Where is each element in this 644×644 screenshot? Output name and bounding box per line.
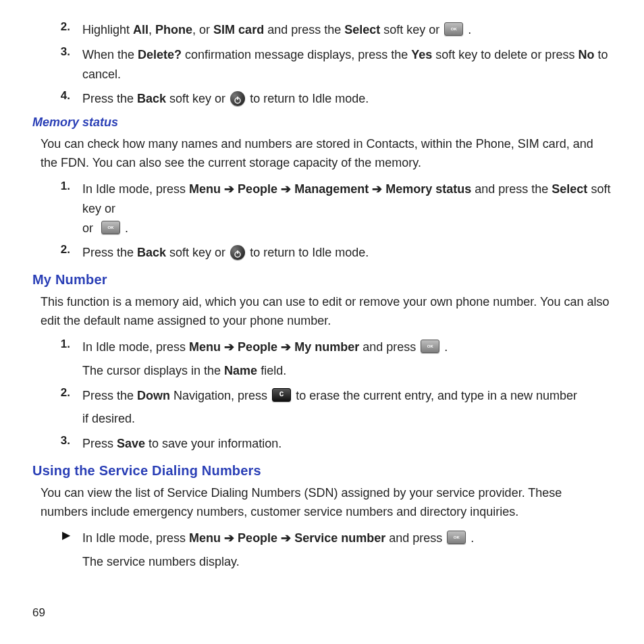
step-text: Press Save to save your information.: [82, 434, 612, 454]
heading-sdn: Using the Service Dialing Numbers: [32, 463, 612, 479]
step-number: 1.: [32, 338, 82, 351]
step-number: 1.: [32, 180, 82, 193]
step-number: 2.: [32, 386, 82, 400]
ok-button-icon: OK: [447, 531, 466, 544]
ok-button-icon: OK: [444, 22, 463, 36]
step-number: 3.: [32, 45, 82, 59]
ok-button-icon: OK: [101, 221, 120, 234]
memory-status-intro: You can check how many names and numbers…: [41, 135, 612, 173]
myn-step-1: 1. In Idle mode, press Menu ➔ People ➔ M…: [32, 338, 612, 381]
ok-button-icon: OK: [421, 340, 439, 353]
step-2-highlight: 2. Highlight All, Phone, or SIM card and…: [32, 20, 612, 40]
step-number: 3.: [32, 434, 82, 448]
heading-my-number: My Number: [32, 272, 612, 288]
step-text: When the Delete? confirmation message di…: [82, 45, 612, 84]
power-back-icon: [230, 245, 245, 260]
sdn-step: ▶ In Idle mode, press Menu ➔ People ➔ Se…: [32, 529, 612, 572]
step-text: In Idle mode, press Menu ➔ People ➔ My n…: [82, 338, 612, 381]
step-number: 4.: [32, 89, 82, 103]
power-back-icon: [230, 91, 245, 106]
step-text: Highlight All, Phone, or SIM card and pr…: [82, 20, 612, 40]
step-4-back: 4. Press the Back soft key or to return …: [32, 89, 612, 109]
step-3-delete: 3. When the Delete? confirmation message…: [32, 45, 612, 84]
step-text: Press the Back soft key or to return to …: [82, 89, 612, 109]
mem-step-1: 1. In Idle mode, press Menu ➔ People ➔ M…: [32, 180, 612, 238]
my-number-intro: This function is a memory aid, which you…: [41, 293, 612, 331]
page-number: 69: [32, 606, 45, 620]
manual-page: 2. Highlight All, Phone, or SIM card and…: [0, 0, 644, 644]
step-text: Press the Back soft key or to return to …: [82, 243, 612, 263]
triangle-bullet-icon: ▶: [32, 529, 82, 541]
step-number: 2.: [32, 243, 82, 257]
step-number: 2.: [32, 20, 82, 34]
step-text: In Idle mode, press Menu ➔ People ➔ Serv…: [82, 529, 612, 572]
step-text: In Idle mode, press Menu ➔ People ➔ Mana…: [82, 180, 612, 238]
mem-step-2: 2. Press the Back soft key or to return …: [32, 243, 612, 263]
sdn-intro: You can view the list of Service Dialing…: [41, 484, 612, 522]
myn-step-3: 3. Press Save to save your information.: [32, 434, 612, 454]
heading-memory-status: Memory status: [32, 115, 612, 130]
step-text: Press the Down Navigation, press C to er…: [82, 386, 612, 429]
myn-step-2: 2. Press the Down Navigation, press C to…: [32, 386, 612, 429]
clear-button-icon: C: [272, 388, 291, 402]
